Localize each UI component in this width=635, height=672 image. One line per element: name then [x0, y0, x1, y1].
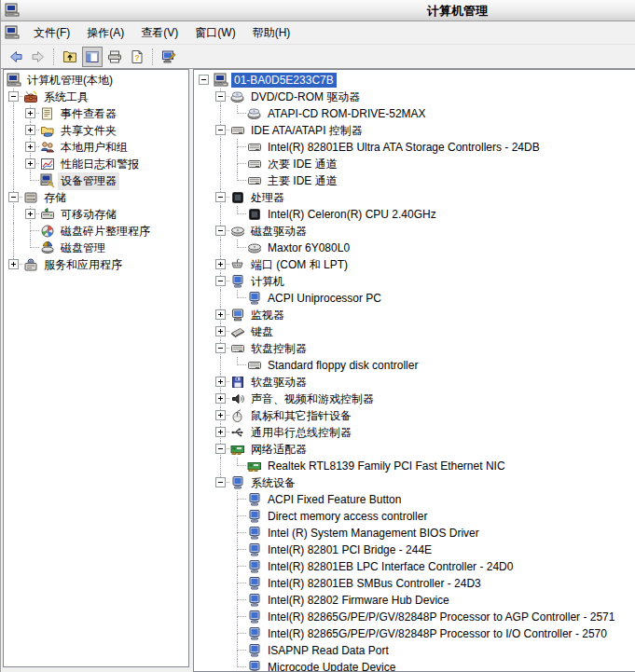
tree-node-label[interactable]: 事件查看器 [58, 105, 119, 123]
menu-item-4[interactable]: 窗口(W) [186, 23, 243, 42]
tree-node-label[interactable]: Maxtor 6Y080L0 [265, 240, 352, 255]
tree-node-label[interactable]: Intel(R) 82802 Firmware Hub Device [265, 593, 452, 608]
menu-item-1[interactable]: 文件(F) [25, 23, 78, 42]
tree-node-label[interactable]: 处理器 [248, 189, 287, 207]
expand-icon[interactable] [25, 108, 35, 118]
tree-node: 磁盘驱动器 [196, 223, 635, 240]
tree-node-label[interactable]: 设备管理器 [58, 172, 119, 190]
collapse-icon[interactable] [215, 125, 226, 135]
system-device-icon [247, 610, 262, 624]
collapse-icon[interactable] [215, 226, 226, 236]
tree-node-label[interactable]: IDE ATA/ATAPI 控制器 [248, 122, 366, 140]
back-button[interactable] [6, 47, 26, 67]
tree-node-label[interactable]: 服务和应用程序 [41, 256, 125, 274]
expand-icon[interactable] [215, 393, 226, 404]
tree-node-label[interactable]: 鼠标和其它指针设备 [248, 407, 354, 425]
tree-node-label[interactable]: 可移动存储 [58, 206, 119, 224]
expand-icon[interactable] [25, 158, 35, 169]
tree-node-label[interactable]: Intel(R) 82865G/PE/P/GV/82848P Processor… [265, 626, 610, 641]
tree-node-label[interactable]: 系统设备 [248, 474, 298, 492]
tree-node-label[interactable]: Intel(R) 82865G/PE/P/GV/82848P Processor… [265, 610, 617, 624]
tree-node-label[interactable]: 网络适配器 [248, 441, 310, 459]
tree-connector [213, 89, 229, 105]
up-one-level-button[interactable] [60, 47, 80, 67]
collapse-icon[interactable] [8, 91, 19, 102]
expand-icon[interactable] [215, 410, 226, 420]
tree-node: Intel (R) System Management BIOS Driver [196, 525, 635, 542]
expand-icon[interactable] [215, 377, 226, 387]
show-hide-tree-button[interactable] [82, 47, 103, 67]
tree-node-label[interactable]: Standard floppy disk controller [265, 358, 421, 373]
collapse-icon[interactable] [215, 91, 226, 102]
collapse-icon[interactable] [8, 192, 19, 202]
tree-node-label[interactable]: 存储 [41, 189, 69, 207]
tree-node-label[interactable]: Intel(R) 82801 PCI Bridge - 244E [265, 542, 435, 557]
tree-node-label[interactable]: 共享文件夹 [58, 122, 119, 140]
tree-node-label[interactable]: 计算机 [248, 273, 287, 291]
tree-node-label[interactable]: 本地用户和组 [58, 139, 131, 157]
tree-node-label[interactable]: 主要 IDE 通道 [265, 172, 340, 190]
tree-node-label[interactable]: 系统工具 [41, 89, 91, 106]
tree-node-label[interactable]: Intel(R) 82801EB SMBus Controller - 24D3 [265, 576, 484, 591]
console-button[interactable] [159, 47, 179, 67]
collapse-icon[interactable] [215, 444, 226, 454]
tree-connector [22, 139, 39, 156]
collapse-icon[interactable] [199, 75, 209, 85]
tree-guide [213, 156, 229, 172]
tree-node-label[interactable]: 磁盘驱动器 [248, 223, 310, 240]
computer-management-icon[interactable] [5, 25, 20, 40]
tree-node-label[interactable]: 性能日志和警报 [58, 156, 142, 173]
tree-node: Direct memory access controller [196, 508, 635, 525]
help-button[interactable]: ? [127, 47, 147, 67]
tree-guide [196, 575, 213, 592]
expand-icon[interactable] [215, 309, 226, 320]
tree-node-label[interactable]: Intel(R) 82801EB Ultra ATA Storage Contr… [265, 140, 543, 155]
tree-node-label[interactable]: Intel(R) 82801EB LPC Interface Controlle… [265, 559, 516, 574]
tree-node-label[interactable]: Intel(R) Celeron(R) CPU 2.40GHz [265, 207, 439, 222]
expand-icon[interactable] [25, 209, 35, 219]
collapse-icon[interactable] [215, 477, 226, 487]
menu-item-5[interactable]: 帮助(H) [244, 23, 299, 42]
tree-node-label[interactable]: ACPI Uniprocessor PC [265, 291, 384, 306]
collapse-icon[interactable] [215, 276, 226, 286]
collapse-icon[interactable] [215, 192, 226, 202]
tree-node-label[interactable]: 声音、视频和游戏控制器 [248, 391, 377, 408]
expand-icon[interactable] [25, 142, 35, 152]
tree-node-label[interactable]: 计算机管理(本地) [24, 72, 116, 89]
expand-icon[interactable] [215, 259, 226, 269]
controller-icon [230, 123, 245, 138]
tree-node-label[interactable]: Realtek RTL8139 Family PCI Fast Ethernet… [265, 459, 508, 473]
tree-connector [213, 424, 229, 441]
tree-node-label[interactable]: 磁盘碎片整理程序 [58, 223, 153, 240]
collapse-icon[interactable] [215, 343, 226, 353]
expand-icon[interactable] [215, 326, 226, 336]
tree-node-label[interactable]: 通用串行总线控制器 [248, 424, 354, 442]
expand-icon[interactable] [215, 427, 226, 437]
tree-node-label[interactable]: 监视器 [248, 307, 287, 324]
controller-icon [247, 157, 262, 171]
menu-item-3[interactable]: 查看(V) [132, 23, 186, 42]
tree-node: IDE ATA/ATAPI 控制器 [196, 122, 635, 139]
tree-node-label[interactable]: ATAPI-CD ROM-DRIVE-52MAX [265, 106, 429, 121]
tree-node-label[interactable]: Microcode Update Device [265, 660, 398, 672]
tree-node-label[interactable]: 键盘 [248, 323, 276, 341]
tree-guide [196, 474, 213, 491]
tree-node-label[interactable]: 磁盘管理 [58, 240, 108, 257]
tree-node-label[interactable]: 软盘控制器 [248, 340, 310, 358]
menu-item-2[interactable]: 操作(A) [78, 23, 132, 42]
tree-node-label[interactable]: Direct memory access controller [265, 509, 430, 524]
expand-icon[interactable] [25, 125, 35, 135]
tree-node-label[interactable]: DVD/CD-ROM 驱动器 [248, 89, 363, 106]
tree-node-label[interactable]: ISAPNP Read Data Port [265, 643, 392, 658]
tree-node-label[interactable]: 端口 (COM 和 LPT) [248, 256, 351, 274]
tree-node-label[interactable]: 01-BA0D5E233C7B [231, 73, 337, 88]
tree-node-label[interactable]: Intel (R) System Management BIOS Driver [265, 526, 482, 541]
tree-connector [213, 307, 229, 323]
tree-node-label[interactable]: ACPI Fixed Feature Button [265, 492, 404, 507]
device-tree: 01-BA0D5E233C7BDVD/CD-ROM 驱动器ATAPI-CD RO… [194, 70, 635, 672]
print-button[interactable] [104, 47, 125, 67]
tree-node-label[interactable]: 次要 IDE 通道 [265, 156, 340, 173]
tree-node-label[interactable]: 软盘驱动器 [248, 374, 310, 391]
cd-drive-icon [230, 89, 245, 104]
expand-icon[interactable] [8, 259, 19, 269]
